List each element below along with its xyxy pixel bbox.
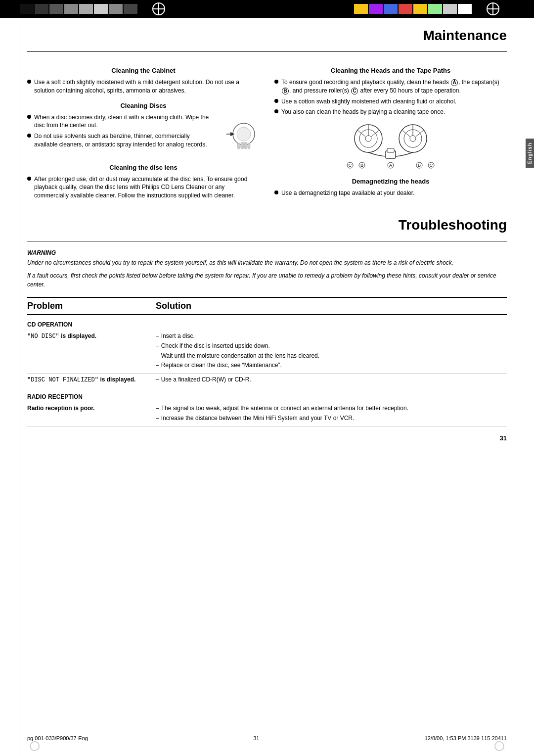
- svg-point-2: [237, 127, 251, 141]
- svg-line-12: [371, 130, 379, 137]
- maintenance-right-col: Cleaning the Heads and the Tape Paths To…: [274, 60, 507, 202]
- demagnetizing: Demagnetizing the heads Use a demagnetiz…: [274, 178, 507, 197]
- page-footer: pg 001-033/P900/37-Eng 31 12/8/00, 1:53 …: [27, 735, 507, 741]
- svg-rect-21: [387, 148, 394, 152]
- cleaning-discs-content: When a disc becomes dirty, clean it with…: [27, 113, 260, 157]
- top-color-bar: [0, 0, 534, 18]
- no-disc-code: "NO DISC": [27, 333, 59, 340]
- solution-line: –Wait until the moisture condensation at…: [156, 352, 507, 360]
- problem-col-header: Problem: [27, 297, 156, 315]
- cleaning-discs-bullet-2: Do not use solvents such as benzine, thi…: [27, 132, 211, 149]
- page-number-right: 31: [27, 434, 507, 442]
- cleaning-heads-bullet-1: To ensure good recording and playback qu…: [274, 78, 507, 95]
- tape-diagram-svg: C B A B C: [341, 121, 440, 171]
- bullet-dot: [274, 190, 278, 194]
- svg-text:B: B: [360, 163, 363, 168]
- cleaning-disc-lens-bullet-1: After prolonged use, dirt or dust may ac…: [27, 175, 260, 200]
- cleaning-discs-title: Cleaning Discs: [27, 102, 260, 109]
- svg-rect-6: [248, 143, 250, 149]
- svg-text:C: C: [349, 163, 352, 168]
- troubleshooting-section: Troubleshooting WARNING Under no circums…: [27, 217, 507, 426]
- svg-line-13: [357, 130, 365, 137]
- svg-point-10: [365, 136, 371, 142]
- bullet-dot: [27, 80, 31, 84]
- crosshair-right: [487, 2, 499, 15]
- svg-rect-3: [237, 143, 240, 149]
- cleaning-heads-title: Cleaning the Heads and the Tape Paths: [274, 67, 507, 74]
- warning-text-1: Under no circumstances should you try to…: [27, 258, 507, 267]
- color-strip-right: [354, 4, 472, 14]
- footer-right: 12/8/00, 1:53 PM 3139 115 20411: [425, 735, 507, 741]
- svg-rect-4: [241, 142, 244, 149]
- radio-reception-problem: Radio reception is poor.: [27, 405, 95, 412]
- bottom-crosshair-right: [494, 741, 504, 751]
- table-row-no-disc: "NO DISC" is displayed. –Insert a disc. …: [27, 330, 507, 374]
- table-header: Problem Solution: [27, 297, 507, 315]
- main-content: Maintenance Cleaning the Cabinet Use a s…: [0, 28, 534, 472]
- demagnetizing-bullet-1: Use a demagnetizing tape available at yo…: [274, 189, 507, 197]
- solution-line: –Insert a disc.: [156, 332, 507, 340]
- table-row-radio-reception: Radio reception is poor. –The signal is …: [27, 402, 507, 426]
- cleaning-discs-bullet-1: When a disc becomes dirty, clean it with…: [27, 113, 211, 130]
- maintenance-left-col: Cleaning the Cabinet Use a soft cloth sl…: [27, 60, 260, 202]
- svg-text:A: A: [389, 163, 392, 168]
- problem-solution-table: Problem Solution CD OPERATION "NO DISC" …: [27, 297, 507, 426]
- bullet-dot: [27, 134, 31, 138]
- disc-image: [215, 113, 260, 153]
- svg-line-18: [416, 130, 424, 137]
- maintenance-section: Maintenance Cleaning the Cabinet Use a s…: [27, 28, 507, 202]
- no-disc-suffix: is displayed.: [61, 332, 96, 339]
- troubleshooting-title: Troubleshooting: [27, 217, 507, 233]
- solution-line: –Increase the distance between the Mini …: [156, 414, 507, 423]
- solution-line: –The signal is too weak, adjust the ante…: [156, 404, 507, 413]
- cleaning-disc-lens: Cleaning the disc lens After prolonged u…: [27, 164, 260, 200]
- disc-not-finalized-code: "DISC NOT FINALIZED": [27, 377, 98, 383]
- bullet-dot: [27, 177, 31, 181]
- table-bottom-divider: [27, 426, 507, 426]
- solution-col-header: Solution: [156, 297, 507, 315]
- cleaning-discs: Cleaning Discs: [27, 102, 260, 157]
- disc-illustration: [217, 114, 259, 151]
- cleaning-cabinet-title: Cleaning the Cabinet: [27, 67, 260, 74]
- bullet-dot: [274, 109, 278, 113]
- label-C: C: [351, 88, 358, 94]
- svg-line-19: [402, 130, 410, 137]
- svg-rect-5: [244, 142, 247, 149]
- bullet-dot: [274, 99, 278, 103]
- svg-text:C: C: [430, 163, 433, 168]
- footer-center: 31: [253, 735, 259, 741]
- table-body: CD OPERATION "NO DISC" is displayed. –In…: [27, 315, 507, 426]
- bullet-dot: [27, 115, 31, 119]
- cleaning-disc-lens-title: Cleaning the disc lens: [27, 164, 260, 171]
- label-A: A: [451, 79, 458, 86]
- color-strip-left: [20, 4, 137, 14]
- category-radio-reception: RADIO RECEPTION: [27, 387, 507, 402]
- label-B: B: [282, 88, 289, 94]
- bottom-crosshair-left: [30, 741, 40, 751]
- troubleshooting-divider: [27, 241, 507, 241]
- footer-left: pg 001-033/P900/37-Eng: [27, 735, 88, 741]
- warning-text-2: If a fault occurs, first check the point…: [27, 271, 507, 289]
- warning-box: WARNING Under no circumstances should yo…: [27, 249, 507, 289]
- maintenance-columns: Cleaning the Cabinet Use a soft cloth sl…: [27, 60, 507, 202]
- demagnetizing-title: Demagnetizing the heads: [274, 178, 507, 185]
- solution-line: –Check if the disc is inserted upside do…: [156, 342, 507, 350]
- bullet-dot: [274, 80, 278, 84]
- maintenance-divider: [27, 51, 507, 52]
- cleaning-cabinet-bullet-1: Use a soft cloth slightly moistened with…: [27, 78, 260, 95]
- cleaning-heads: Cleaning the Heads and the Tape Paths To…: [274, 67, 507, 171]
- cleaning-cabinet: Cleaning the Cabinet Use a soft cloth sl…: [27, 67, 260, 95]
- maintenance-title: Maintenance: [27, 28, 507, 44]
- category-cd-operation: CD OPERATION: [27, 315, 507, 330]
- svg-text:B: B: [418, 163, 421, 168]
- solution-line: –Use a finalized CD-R(W) or CD-R.: [156, 376, 507, 384]
- warning-title: WARNING: [27, 249, 507, 256]
- disc-not-finalized-suffix: is displayed.: [100, 376, 135, 383]
- crosshair-left: [152, 2, 165, 15]
- cleaning-heads-bullet-2: Use a cotton swab slightly moistened wit…: [274, 97, 507, 106]
- svg-point-16: [410, 136, 416, 142]
- table-row-disc-not-finalized: "DISC NOT FINALIZED" is displayed. –Use …: [27, 374, 507, 387]
- solution-line: –Replace or clean the disc, see “Mainten…: [156, 361, 507, 370]
- tape-path-diagram: C B A B C: [341, 121, 440, 171]
- cleaning-heads-bullet-3: You also can clean the heads by playing …: [274, 108, 507, 116]
